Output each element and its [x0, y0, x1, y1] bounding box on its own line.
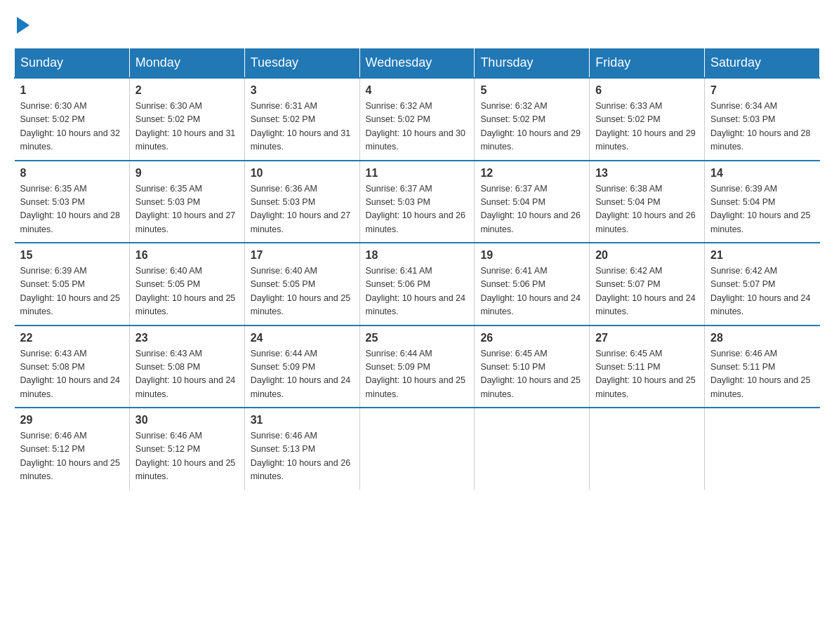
- calendar-cell: 3 Sunrise: 6:31 AM Sunset: 5:02 PM Dayli…: [244, 78, 359, 161]
- calendar-cell: 29 Sunrise: 6:46 AM Sunset: 5:12 PM Dayl…: [15, 408, 130, 490]
- day-number: 8: [20, 167, 124, 180]
- logo-arrow-icon: [17, 17, 29, 34]
- day-number: 17: [251, 249, 354, 262]
- day-info: Sunrise: 6:44 AM Sunset: 5:09 PM Dayligh…: [251, 347, 354, 402]
- day-info: Sunrise: 6:36 AM Sunset: 5:03 PM Dayligh…: [251, 182, 354, 237]
- calendar-cell: [590, 408, 705, 490]
- header-tuesday: Tuesday: [244, 48, 359, 79]
- week-row-3: 15 Sunrise: 6:39 AM Sunset: 5:05 PM Dayl…: [15, 243, 820, 326]
- calendar-cell: 9 Sunrise: 6:35 AM Sunset: 5:03 PM Dayli…: [129, 161, 244, 243]
- day-number: 15: [20, 249, 124, 262]
- header-monday: Monday: [129, 48, 244, 79]
- day-info: Sunrise: 6:35 AM Sunset: 5:03 PM Dayligh…: [135, 182, 239, 237]
- calendar-header-row: SundayMondayTuesdayWednesdayThursdayFrid…: [15, 48, 820, 79]
- day-info: Sunrise: 6:41 AM Sunset: 5:06 PM Dayligh…: [480, 264, 583, 319]
- calendar-cell: 16 Sunrise: 6:40 AM Sunset: 5:05 PM Dayl…: [129, 243, 244, 326]
- calendar-cell: 7 Sunrise: 6:34 AM Sunset: 5:03 PM Dayli…: [705, 78, 820, 161]
- day-number: 10: [251, 167, 354, 180]
- day-number: 23: [135, 332, 239, 344]
- day-info: Sunrise: 6:32 AM Sunset: 5:02 PM Dayligh…: [366, 100, 469, 154]
- day-info: Sunrise: 6:37 AM Sunset: 5:03 PM Dayligh…: [366, 182, 469, 237]
- header-sunday: Sunday: [15, 48, 130, 79]
- day-info: Sunrise: 6:41 AM Sunset: 5:06 PM Dayligh…: [366, 264, 469, 319]
- calendar-cell: 4 Sunrise: 6:32 AM Sunset: 5:02 PM Dayli…: [359, 78, 475, 161]
- week-row-5: 29 Sunrise: 6:46 AM Sunset: 5:12 PM Dayl…: [15, 408, 820, 490]
- day-number: 25: [366, 332, 469, 344]
- calendar-cell: 11 Sunrise: 6:37 AM Sunset: 5:03 PM Dayl…: [359, 161, 475, 243]
- day-info: Sunrise: 6:40 AM Sunset: 5:05 PM Dayligh…: [251, 264, 354, 319]
- calendar-cell: 18 Sunrise: 6:41 AM Sunset: 5:06 PM Dayl…: [359, 243, 475, 326]
- day-number: 16: [135, 249, 239, 262]
- week-row-1: 1 Sunrise: 6:30 AM Sunset: 5:02 PM Dayli…: [15, 78, 820, 161]
- day-number: 28: [710, 332, 814, 344]
- page-header: [14, 14, 820, 34]
- day-info: Sunrise: 6:38 AM Sunset: 5:04 PM Dayligh…: [595, 182, 699, 237]
- day-number: 3: [251, 84, 354, 97]
- day-info: Sunrise: 6:44 AM Sunset: 5:09 PM Dayligh…: [366, 347, 469, 402]
- day-number: 31: [251, 414, 354, 427]
- day-info: Sunrise: 6:46 AM Sunset: 5:12 PM Dayligh…: [135, 429, 239, 484]
- calendar-cell: 1 Sunrise: 6:30 AM Sunset: 5:02 PM Dayli…: [15, 78, 130, 161]
- day-number: 13: [595, 167, 699, 180]
- day-number: 7: [710, 84, 814, 97]
- day-info: Sunrise: 6:35 AM Sunset: 5:03 PM Dayligh…: [20, 182, 124, 237]
- day-info: Sunrise: 6:43 AM Sunset: 5:08 PM Dayligh…: [20, 347, 124, 402]
- calendar-cell: 24 Sunrise: 6:44 AM Sunset: 5:09 PM Dayl…: [244, 326, 359, 408]
- calendar-cell: 20 Sunrise: 6:42 AM Sunset: 5:07 PM Dayl…: [590, 243, 705, 326]
- day-info: Sunrise: 6:33 AM Sunset: 5:02 PM Dayligh…: [595, 100, 699, 154]
- calendar-cell: 28 Sunrise: 6:46 AM Sunset: 5:11 PM Dayl…: [705, 326, 820, 408]
- day-info: Sunrise: 6:45 AM Sunset: 5:10 PM Dayligh…: [480, 347, 583, 402]
- day-info: Sunrise: 6:42 AM Sunset: 5:07 PM Dayligh…: [595, 264, 699, 319]
- day-info: Sunrise: 6:34 AM Sunset: 5:03 PM Dayligh…: [710, 100, 814, 154]
- day-number: 14: [710, 167, 814, 180]
- day-number: 21: [710, 249, 814, 262]
- day-info: Sunrise: 6:43 AM Sunset: 5:08 PM Dayligh…: [135, 347, 239, 402]
- day-number: 9: [135, 167, 239, 180]
- calendar-cell: 21 Sunrise: 6:42 AM Sunset: 5:07 PM Dayl…: [705, 243, 820, 326]
- calendar-cell: [359, 408, 475, 490]
- calendar-cell: 8 Sunrise: 6:35 AM Sunset: 5:03 PM Dayli…: [15, 161, 130, 243]
- day-info: Sunrise: 6:46 AM Sunset: 5:13 PM Dayligh…: [251, 429, 354, 484]
- calendar-cell: 10 Sunrise: 6:36 AM Sunset: 5:03 PM Dayl…: [244, 161, 359, 243]
- header-thursday: Thursday: [475, 48, 590, 79]
- day-info: Sunrise: 6:37 AM Sunset: 5:04 PM Dayligh…: [480, 182, 583, 237]
- day-info: Sunrise: 6:39 AM Sunset: 5:05 PM Dayligh…: [20, 264, 124, 319]
- calendar-cell: 25 Sunrise: 6:44 AM Sunset: 5:09 PM Dayl…: [359, 326, 475, 408]
- calendar-cell: 30 Sunrise: 6:46 AM Sunset: 5:12 PM Dayl…: [129, 408, 244, 490]
- day-number: 2: [135, 84, 239, 97]
- day-number: 12: [480, 167, 583, 180]
- calendar-cell: 26 Sunrise: 6:45 AM Sunset: 5:10 PM Dayl…: [475, 326, 590, 408]
- header-saturday: Saturday: [705, 48, 820, 79]
- day-number: 19: [480, 249, 583, 262]
- header-friday: Friday: [590, 48, 705, 79]
- calendar-cell: 31 Sunrise: 6:46 AM Sunset: 5:13 PM Dayl…: [244, 408, 359, 490]
- calendar-cell: 22 Sunrise: 6:43 AM Sunset: 5:08 PM Dayl…: [15, 326, 130, 408]
- day-number: 27: [595, 332, 699, 344]
- calendar-cell: 2 Sunrise: 6:30 AM Sunset: 5:02 PM Dayli…: [129, 78, 244, 161]
- day-number: 6: [595, 84, 699, 97]
- day-info: Sunrise: 6:45 AM Sunset: 5:11 PM Dayligh…: [595, 347, 699, 402]
- header-wednesday: Wednesday: [359, 48, 475, 79]
- calendar-cell: 23 Sunrise: 6:43 AM Sunset: 5:08 PM Dayl…: [129, 326, 244, 408]
- calendar-cell: 12 Sunrise: 6:37 AM Sunset: 5:04 PM Dayl…: [475, 161, 590, 243]
- week-row-2: 8 Sunrise: 6:35 AM Sunset: 5:03 PM Dayli…: [15, 161, 820, 243]
- day-number: 22: [20, 332, 124, 344]
- calendar-cell: [705, 408, 820, 490]
- week-row-4: 22 Sunrise: 6:43 AM Sunset: 5:08 PM Dayl…: [15, 326, 820, 408]
- day-info: Sunrise: 6:30 AM Sunset: 5:02 PM Dayligh…: [20, 100, 124, 154]
- day-info: Sunrise: 6:46 AM Sunset: 5:11 PM Dayligh…: [710, 347, 814, 402]
- calendar-table: SundayMondayTuesdayWednesdayThursdayFrid…: [14, 48, 820, 490]
- logo: [14, 14, 29, 34]
- calendar-cell: 15 Sunrise: 6:39 AM Sunset: 5:05 PM Dayl…: [15, 243, 130, 326]
- day-info: Sunrise: 6:32 AM Sunset: 5:02 PM Dayligh…: [480, 100, 583, 154]
- day-info: Sunrise: 6:30 AM Sunset: 5:02 PM Dayligh…: [135, 100, 239, 154]
- calendar-cell: 19 Sunrise: 6:41 AM Sunset: 5:06 PM Dayl…: [475, 243, 590, 326]
- day-number: 30: [135, 414, 239, 427]
- calendar-cell: 5 Sunrise: 6:32 AM Sunset: 5:02 PM Dayli…: [475, 78, 590, 161]
- calendar-cell: 27 Sunrise: 6:45 AM Sunset: 5:11 PM Dayl…: [590, 326, 705, 408]
- calendar-cell: 6 Sunrise: 6:33 AM Sunset: 5:02 PM Dayli…: [590, 78, 705, 161]
- day-number: 20: [595, 249, 699, 262]
- day-number: 29: [20, 414, 124, 427]
- day-info: Sunrise: 6:42 AM Sunset: 5:07 PM Dayligh…: [710, 264, 814, 319]
- day-info: Sunrise: 6:40 AM Sunset: 5:05 PM Dayligh…: [135, 264, 239, 319]
